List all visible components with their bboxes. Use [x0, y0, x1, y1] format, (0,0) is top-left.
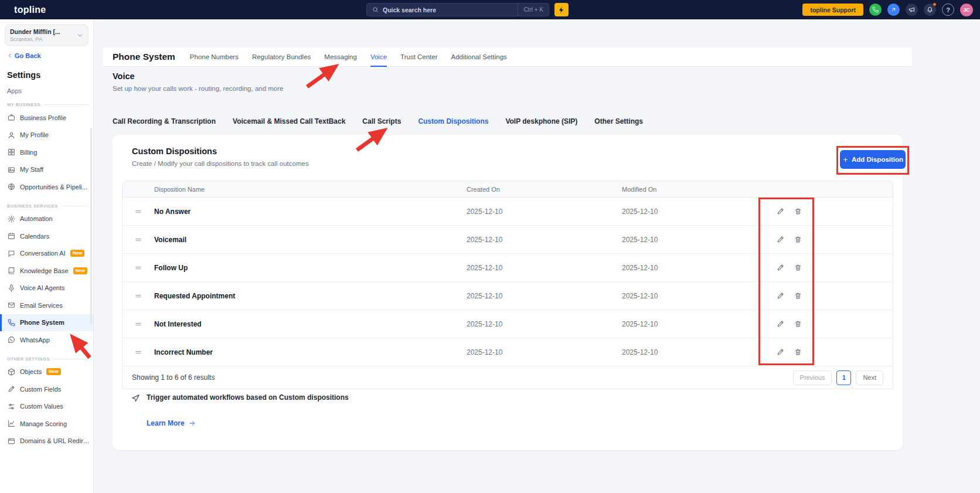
delete-icon[interactable] [794, 264, 802, 271]
drag-handle-icon[interactable] [134, 236, 142, 244]
edit-icon[interactable] [777, 264, 784, 271]
voice-subtabs: Call Recording & Transcription Voicemail… [113, 117, 643, 125]
sidebar-item-business-profile[interactable]: Business Profile [0, 109, 93, 127]
notifications-button[interactable] [924, 4, 936, 16]
lightning-icon [558, 6, 565, 13]
sidebar-item-label: Objects [20, 368, 42, 375]
topbar: topline Quick search here Ctrl + K topli… [0, 0, 980, 19]
workflow-callout: Trigger automated workflows based on Cus… [131, 393, 349, 427]
account-location: Scranton, PA [10, 36, 74, 42]
next-page-button[interactable]: Next [856, 370, 883, 385]
sidebar-item-my-staff[interactable]: My Staff [0, 161, 93, 179]
subtab-custom-dispositions[interactable]: Custom Dispositions [418, 117, 488, 125]
avatar[interactable]: JC [960, 4, 973, 16]
arrow-right-icon [189, 420, 196, 427]
modified-on-value: 2025-12-10 [622, 208, 774, 216]
sidebar-item-custom-fields[interactable]: Custom Fields [0, 380, 93, 398]
subtab-call-recording-transcription[interactable]: Call Recording & Transcription [113, 117, 216, 125]
page-number-button[interactable]: 1 [836, 370, 851, 385]
delete-icon[interactable] [794, 208, 802, 215]
disposition-name: No Answer [154, 208, 467, 216]
disposition-name: Incorrect Number [154, 348, 467, 356]
drag-handle-icon[interactable] [134, 208, 142, 216]
sidebar-item-my-profile[interactable]: My Profile [0, 127, 93, 144]
calendar-icon [8, 232, 15, 240]
sidebar-item-billing[interactable]: Billing [0, 144, 93, 161]
sidebar-item-domains-url-redirects[interactable]: Domains & URL Redire... [0, 433, 93, 450]
sidebar-item-label: Custom Fields [20, 386, 61, 393]
tab-trust-center[interactable]: Trust Center [400, 47, 437, 67]
sidebar-item-automation[interactable]: Automation [0, 210, 93, 228]
modified-on-value: 2025-12-10 [622, 320, 774, 328]
edit-icon[interactable] [777, 320, 784, 328]
tab-regulatory-bundles[interactable]: Regulatory Bundles [252, 47, 311, 67]
help-button[interactable]: ? [942, 4, 954, 16]
search-input[interactable]: Quick search here Ctrl + K [366, 3, 549, 16]
delete-icon[interactable] [794, 320, 802, 328]
disposition-name: Not Interested [154, 320, 467, 328]
table-row: Follow Up 2025-12-10 2025-12-10 [122, 254, 893, 282]
drag-handle-icon[interactable] [134, 320, 142, 328]
section-label-other-settings: OTHER SETTINGS [7, 356, 89, 362]
chart-icon [8, 420, 15, 427]
tab-messaging[interactable]: Messaging [324, 47, 357, 67]
disposition-name: Voicemail [154, 236, 467, 244]
sidebar-item-label: Conversation AI [20, 250, 66, 257]
sidebar-item-custom-values[interactable]: Custom Values [0, 398, 93, 416]
table-row: Incorrect Number 2025-12-10 2025-12-10 [122, 338, 893, 366]
quick-actions-button[interactable] [554, 3, 569, 16]
tab-voice[interactable]: Voice [370, 47, 387, 67]
tab-phone-numbers[interactable]: Phone Numbers [190, 47, 239, 67]
phone-icon [872, 6, 879, 13]
subtab-voicemail-missed-call-textback[interactable]: Voicemail & Missed Call TextBack [233, 117, 345, 125]
previous-page-button[interactable]: Previous [793, 370, 832, 385]
drag-handle-icon[interactable] [134, 348, 142, 356]
sidebar-item-calendars[interactable]: Calendars [0, 227, 93, 245]
disposition-name: Requested Appointment [154, 292, 467, 300]
drag-handle-icon[interactable] [134, 264, 142, 272]
tab-additional-settings[interactable]: Additional Settings [451, 47, 507, 67]
sidebar-item-voice-ai-agents[interactable]: Voice AI Agents [0, 280, 93, 297]
table-header-row: Disposition Name Created On Modified On [122, 181, 893, 198]
quick-links-button[interactable] [887, 4, 900, 16]
sidebar-item-opportunities-pipelines[interactable]: Opportunities & Pipeli... [0, 178, 93, 196]
sidebar-scrollbar[interactable] [90, 128, 92, 324]
drag-handle-icon[interactable] [134, 292, 142, 300]
sidebar-item-label: Custom Values [20, 403, 63, 410]
sidebar-item-knowledge-base[interactable]: Knowledge BaseNew [0, 262, 93, 280]
modified-on-value: 2025-12-10 [622, 292, 774, 300]
plus-icon [842, 157, 849, 163]
delete-icon[interactable] [794, 292, 802, 300]
learn-more-link[interactable]: Learn More [147, 419, 349, 427]
announcements-button[interactable] [906, 4, 918, 16]
edit-icon[interactable] [777, 208, 784, 215]
edit-icon[interactable] [777, 236, 784, 243]
delete-icon[interactable] [794, 348, 802, 356]
subtab-voip-deskphone-sip[interactable]: VoIP deskphone (SIP) [505, 117, 577, 125]
dialer-button[interactable] [869, 4, 882, 16]
sidebar-item-objects[interactable]: ObjectsNew [0, 363, 93, 381]
sidebar-item-email-services[interactable]: Email Services [0, 297, 93, 314]
phone-icon [8, 319, 15, 327]
support-button[interactable]: topline Support [802, 4, 863, 16]
sidebar-item-whatsapp[interactable]: WhatsApp [0, 331, 93, 349]
briefcase-icon [8, 114, 15, 121]
sidebar-item-manage-scoring[interactable]: Manage Scoring [0, 415, 93, 433]
go-back-link[interactable]: Go Back [7, 52, 86, 59]
settings-sidebar: Dunder Mifflin [... Scranton, PA Go Back… [0, 19, 94, 493]
settings-title: Settings [7, 70, 86, 80]
account-switcher[interactable]: Dunder Mifflin [... Scranton, PA [5, 24, 89, 46]
sidebar-item-phone-system[interactable]: Phone System [0, 314, 93, 332]
grid-icon [8, 148, 15, 156]
delete-icon[interactable] [794, 236, 802, 243]
user-icon [8, 131, 15, 139]
subtab-other-settings[interactable]: Other Settings [594, 117, 643, 125]
go-back-label: Go Back [15, 52, 41, 59]
edit-icon[interactable] [777, 348, 784, 356]
add-disposition-button[interactable]: Add Disposition [840, 150, 906, 169]
subtab-call-scripts[interactable]: Call Scripts [362, 117, 401, 125]
new-badge: New [73, 267, 87, 274]
sidebar-item-conversation-ai[interactable]: Conversation AINew [0, 245, 93, 263]
book-icon [8, 267, 15, 274]
edit-icon[interactable] [777, 292, 784, 300]
